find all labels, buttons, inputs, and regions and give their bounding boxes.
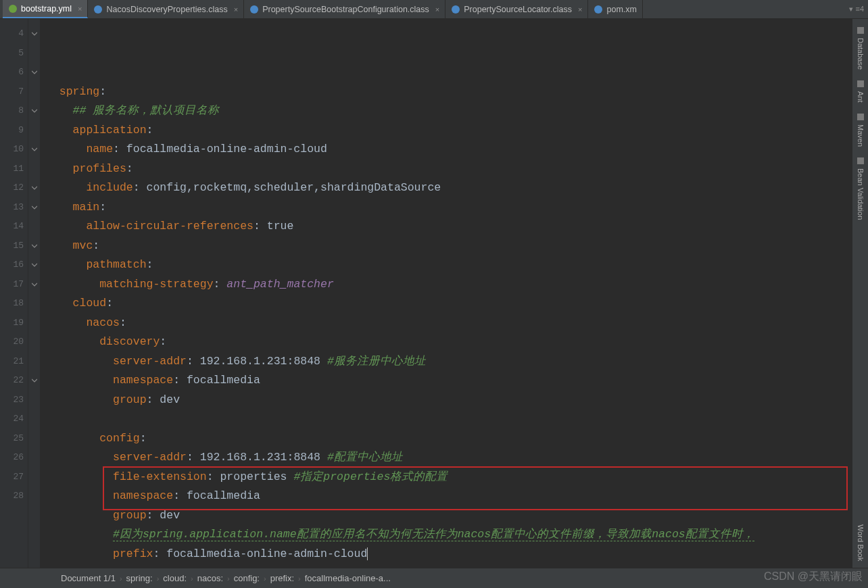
code-line[interactable]: matching-strategy: ant_path_matcher	[46, 275, 868, 295]
line-number: 10	[0, 140, 24, 160]
fold-marker[interactable]	[28, 140, 40, 160]
line-number: 6	[0, 63, 24, 82]
file-icon	[93, 5, 103, 14]
code-line[interactable]: config:	[46, 429, 868, 449]
code-line[interactable]: server-addr: 192.168.1.231:8848 #服务注册中心地…	[46, 352, 868, 372]
line-number: 17	[0, 275, 24, 295]
code-line[interactable]: #因为spring.application.name配置的应用名不知为何无法作为…	[46, 525, 868, 545]
fold-marker	[28, 294, 40, 314]
toolwindow-database[interactable]: Database	[856, 26, 865, 70]
code-line[interactable]: namespace: focallmedia	[46, 487, 868, 506]
fold-marker[interactable]	[28, 24, 40, 44]
toolwindow-bean-validation[interactable]: Bean Validation	[856, 156, 865, 220]
fold-marker[interactable]	[28, 255, 40, 275]
tab-label: pom.xm	[606, 5, 636, 14]
code-line[interactable]: cloud:	[46, 294, 868, 314]
code-line[interactable]: spring:	[46, 82, 868, 102]
tab-nacosdiscoveryproperties-class[interactable]: NacosDiscoveryProperties.class×	[88, 0, 244, 18]
code-line[interactable]: server-addr: 192.168.1.231:8848 #配置中心地址	[46, 448, 868, 468]
file-icon	[594, 5, 603, 14]
line-number: 14	[0, 217, 24, 237]
svg-point-3	[452, 5, 460, 14]
tab-propertysourcelocator-class[interactable]: PropertySourceLocator.class×	[445, 0, 588, 18]
line-number: 26	[0, 448, 24, 468]
breadcrumb-separator: ›	[120, 574, 122, 583]
fold-marker	[28, 448, 40, 468]
code-line[interactable]: namespace: focallmedia	[46, 371, 868, 391]
line-number: 24	[0, 410, 24, 429]
editor-area: 4567891011121314151617181920212223242526…	[0, 19, 868, 568]
fold-marker[interactable]	[28, 101, 40, 121]
fold-marker[interactable]	[28, 237, 40, 256]
toolwindow-ant[interactable]: Ant	[856, 79, 865, 103]
code-line[interactable]: group: dev	[46, 506, 868, 526]
code-line[interactable]: application:	[46, 121, 868, 141]
fold-marker	[28, 44, 40, 64]
breadcrumb-separator: ›	[227, 574, 230, 583]
file-icon	[249, 5, 259, 14]
code-line[interactable]: main:	[46, 198, 868, 218]
breadcrumb-item[interactable]: focallmedia-online-a...	[305, 573, 391, 583]
code-line[interactable]: mvc:	[46, 237, 868, 256]
close-icon[interactable]: ×	[578, 5, 582, 14]
line-number: 12	[0, 178, 24, 198]
fold-strip	[28, 19, 41, 568]
code-line[interactable]: nacos:	[46, 314, 868, 333]
code-line[interactable]: include: config,rocketmq,scheduler,shard…	[46, 178, 868, 198]
right-tool-rail: DatabaseAntMavenBean ValidationWord Book	[852, 19, 868, 568]
bean-icon	[856, 156, 865, 166]
svg-point-4	[594, 5, 602, 14]
code-line[interactable]: pathmatch:	[46, 255, 868, 275]
fold-marker	[28, 410, 40, 429]
breadcrumb-item[interactable]: Document 1/1	[61, 573, 116, 583]
line-number: 15	[0, 237, 24, 256]
code-line[interactable]	[46, 410, 868, 429]
code-line[interactable]: name: focallmedia-online-admin-cloud	[46, 140, 868, 160]
tab-pom-xm[interactable]: pom.xm	[588, 0, 642, 18]
line-number: 18	[0, 294, 24, 314]
line-number-gutter: 4567891011121314151617181920212223242526…	[0, 19, 28, 568]
fold-marker[interactable]	[28, 275, 40, 295]
close-icon[interactable]: ×	[78, 5, 82, 13]
toolwindow-maven[interactable]: Maven	[856, 112, 865, 147]
code-line[interactable]: allow-circular-references: true	[46, 217, 868, 237]
fold-marker	[28, 333, 40, 352]
breadcrumb-item[interactable]: cloud:	[163, 573, 187, 583]
fold-marker[interactable]	[28, 63, 40, 82]
line-number: 27	[0, 468, 24, 487]
toolwindow-word-book[interactable]: Word Book	[857, 524, 865, 561]
code-line[interactable]: ## 服务名称，默认项目名称	[46, 101, 868, 121]
code-content[interactable]: ✔ spring: ## 服务名称，默认项目名称 application: na…	[41, 19, 868, 568]
line-number: 25	[0, 429, 24, 449]
code-line[interactable]: group: dev	[46, 391, 868, 410]
line-number: 5	[0, 44, 24, 64]
horizontal-scrollbar[interactable]	[81, 560, 844, 566]
fold-marker	[28, 468, 40, 487]
breadcrumb-item[interactable]: prefix:	[270, 573, 294, 583]
code-line[interactable]: discovery:	[46, 333, 868, 352]
breadcrumb-item[interactable]: config:	[234, 573, 260, 583]
code-line[interactable]: profiles:	[46, 160, 868, 179]
tab-label: PropertySourceLocator.class	[464, 5, 572, 14]
tab-propertysourcebootstrapconfiguration-class[interactable]: PropertySourceBootstrapConfiguration.cla…	[244, 0, 445, 18]
tab-label: bootstrap.yml	[21, 4, 72, 14]
fold-marker	[28, 429, 40, 449]
breadcrumb-item[interactable]: spring:	[126, 573, 153, 583]
svg-point-0	[9, 5, 17, 13]
svg-rect-7	[857, 114, 864, 120]
close-icon[interactable]: ×	[234, 5, 238, 14]
tab-bootstrap-yml[interactable]: bootstrap.yml×	[3, 0, 88, 18]
fold-marker[interactable]	[28, 198, 40, 218]
line-number: 13	[0, 198, 24, 218]
fold-marker[interactable]	[28, 371, 40, 391]
svg-rect-6	[857, 80, 864, 87]
maven-icon	[856, 112, 865, 122]
code-line[interactable]: file-extension: properties #指定properties…	[46, 468, 868, 487]
line-number: 20	[0, 333, 24, 352]
svg-point-2	[250, 5, 258, 14]
close-icon[interactable]: ×	[435, 5, 439, 14]
fold-marker	[28, 160, 40, 179]
fold-marker[interactable]	[28, 178, 40, 198]
tab-overflow-indicator[interactable]: ▾ ≡4	[849, 5, 868, 14]
breadcrumb-item[interactable]: nacos:	[197, 573, 223, 583]
